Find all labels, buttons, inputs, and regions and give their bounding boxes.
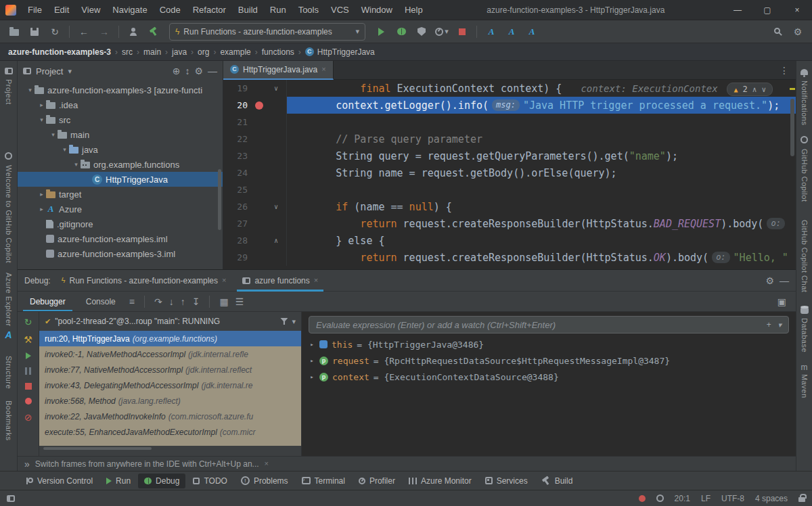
tool-strip-database[interactable]: Database — [800, 318, 809, 352]
breadcrumb-item[interactable]: src — [122, 47, 133, 57]
debug-tab-run-functions[interactable]: ϟ Run Functions - azure-function-example… — [56, 270, 232, 292]
code-line[interactable]: 23String query = request.getQueryParamet… — [223, 147, 796, 164]
run-button[interactable] — [372, 23, 390, 41]
step-over-icon[interactable]: ↷ — [154, 297, 162, 306]
stack-frame[interactable] — [39, 440, 301, 446]
toolwindow-todo[interactable]: TODO — [187, 474, 233, 488]
code-line[interactable]: 19∨final ExecutionContext context) {cont… — [223, 80, 796, 97]
tree-item[interactable]: ▸target — [18, 187, 223, 202]
maximize-button[interactable]: ▢ — [752, 0, 782, 20]
code-area[interactable]: ▲ 2 ∧ ∨ 19∨final ExecutionContext contex… — [223, 80, 796, 269]
settings-button[interactable]: ⚙ — [789, 23, 807, 41]
stop-button[interactable] — [453, 23, 471, 41]
tool-strip-project[interactable]: Project — [5, 79, 13, 105]
toolwindow-azure-monitor[interactable]: Azure Monitor — [403, 474, 478, 488]
run-config-selector[interactable]: ϟ Run Functions - azure-function-example… — [169, 23, 365, 41]
resume-icon[interactable] — [26, 352, 31, 359]
gear-icon[interactable]: ⚙ — [194, 66, 203, 76]
rerun-icon[interactable]: ↻ — [24, 317, 32, 327]
notifications-icon[interactable] — [800, 69, 808, 75]
restore-layout-icon[interactable]: ▣ — [777, 297, 786, 306]
profiler-button[interactable]: ▾ — [433, 23, 451, 41]
stack-frame[interactable]: invoke0:-1, NativeMethodAccessorImpl(jdk… — [39, 346, 301, 362]
layout-icon[interactable]: ≡ — [129, 297, 135, 306]
gutter[interactable]: 25 — [223, 181, 287, 198]
project-view-title[interactable]: Project — [36, 66, 63, 76]
menu-edit[interactable]: Edit — [48, 0, 75, 20]
code-line[interactable]: 29return request.createResponseBuilder(H… — [223, 249, 796, 266]
menu-build[interactable]: Build — [232, 0, 264, 20]
menu-view[interactable]: View — [75, 0, 106, 20]
tool-strip-bookmarks[interactable]: Bookmarks — [5, 400, 13, 441]
azure-storage-button[interactable]: A — [523, 23, 541, 41]
code-line[interactable]: 24String name = request.getBody().orElse… — [223, 164, 796, 181]
next-issue-icon[interactable]: ∨ — [761, 86, 766, 93]
menu-tools[interactable]: Tools — [292, 0, 325, 20]
gutter[interactable]: 23 — [223, 147, 287, 164]
tool-strip-github-copilot[interactable]: GitHub Copilot — [800, 149, 809, 202]
stack-frame[interactable]: invoke:43, DelegatingMethodAccessorImpl(… — [39, 377, 301, 393]
caret-position[interactable]: 20:1 — [675, 494, 690, 503]
coverage-button[interactable] — [413, 23, 430, 41]
fold-icon[interactable]: ∨ — [271, 85, 281, 92]
tree-caret-icon[interactable]: ▾ — [26, 87, 35, 93]
toolwindow-debug[interactable]: Debug — [138, 474, 185, 488]
code-line[interactable]: 27return request.createResponseBuilder(H… — [223, 215, 796, 232]
editor-tab-httptriggerjava[interactable]: C HttpTriggerJava.java × — [223, 61, 334, 80]
sync-button[interactable]: ↻ — [46, 23, 64, 41]
stack-frame[interactable]: execute:55, EnhancedJavaMethodExecutorIm… — [39, 424, 301, 440]
hide-panel-icon[interactable]: — — [208, 66, 217, 76]
lock-icon[interactable] — [798, 497, 805, 502]
menu-help[interactable]: Help — [399, 0, 429, 20]
evaluate-expression-input[interactable]: Evaluate expression (Enter) or add a wat… — [309, 316, 789, 334]
stack-frame[interactable]: invoke:77, NativeMethodAccessorImpl(jdk.… — [39, 362, 301, 377]
code-line[interactable]: 21 — [223, 114, 796, 131]
tool-strip-maven[interactable]: Maven — [800, 374, 809, 398]
view-breakpoints-icon[interactable] — [25, 398, 32, 405]
hide-panel-icon[interactable]: — — [780, 276, 789, 285]
tree-caret-icon[interactable]: ▸ — [37, 101, 46, 108]
toolwindow-problems[interactable]: !Problems — [235, 474, 294, 488]
run-to-cursor-icon[interactable]: ↧ — [192, 297, 200, 306]
gutter[interactable]: 28∧ — [223, 232, 287, 249]
frames-hscrollbar[interactable] — [39, 446, 301, 451]
tree-item[interactable]: ▾azure-function-examples-3 [azure-functi — [18, 83, 223, 97]
tree-item[interactable]: ▾java — [18, 142, 223, 157]
breadcrumb-item[interactable]: functions — [262, 47, 294, 57]
menu-vcs[interactable]: VCS — [325, 0, 355, 20]
maven-icon[interactable]: m — [801, 363, 808, 371]
code-line[interactable]: 25 — [223, 181, 796, 198]
tab-debugger[interactable]: Debugger — [23, 292, 72, 311]
toolwindow-terminal[interactable]: Terminal — [296, 474, 351, 488]
gutter[interactable]: 26∨ — [223, 198, 287, 215]
expand-collapse-icon[interactable]: ↕ — [185, 66, 189, 76]
save-all-button[interactable] — [26, 23, 43, 41]
toolwindow-services[interactable]: Services — [479, 474, 534, 488]
prev-issue-icon[interactable]: ∧ — [752, 86, 757, 93]
editor-options-icon[interactable]: ⋮ — [780, 66, 789, 75]
azure-functions-button[interactable]: A — [503, 23, 520, 41]
tree-caret-icon[interactable]: ▾ — [60, 146, 69, 153]
breadcrumb-item[interactable]: main — [143, 47, 161, 57]
debug-tab-azure-functions[interactable]: azure functions × — [237, 270, 323, 292]
scrollbar-thumb[interactable] — [43, 447, 152, 450]
gutter[interactable]: 24 — [223, 164, 287, 181]
editor-scrollbar[interactable] — [789, 80, 796, 269]
tree-item[interactable]: ▾src — [18, 112, 223, 127]
stack-frame[interactable]: invoke:22, JavaMethodInvokeInfo(com.micr… — [39, 409, 301, 424]
close-tab-icon[interactable]: × — [314, 277, 318, 284]
open-button[interactable] — [5, 23, 23, 41]
build-button[interactable] — [145, 23, 162, 41]
code-line[interactable]: 28∧} else { — [223, 232, 796, 249]
mute-breakpoints-icon[interactable]: ⊘ — [24, 413, 32, 422]
copilot-icon[interactable] — [5, 152, 12, 160]
gutter[interactable]: 22 — [223, 131, 287, 147]
tab-console[interactable]: Console — [79, 292, 122, 311]
stack-frame[interactable]: invoke:568, Method(java.lang.reflect) — [39, 393, 301, 409]
variable-row[interactable]: ▸pcontext = {ExecutionContextDataSource@… — [309, 369, 789, 385]
thread-selector[interactable]: ✔ "pool-2-thread-2"@3...roup "main": RUN… — [39, 312, 301, 331]
dismiss-hint-icon[interactable]: × — [265, 460, 269, 467]
toolwindow-toggle-icon[interactable] — [7, 495, 15, 502]
gutter[interactable]: 27 — [223, 215, 287, 232]
tree-item[interactable]: ▾org.example.functions — [18, 157, 223, 172]
